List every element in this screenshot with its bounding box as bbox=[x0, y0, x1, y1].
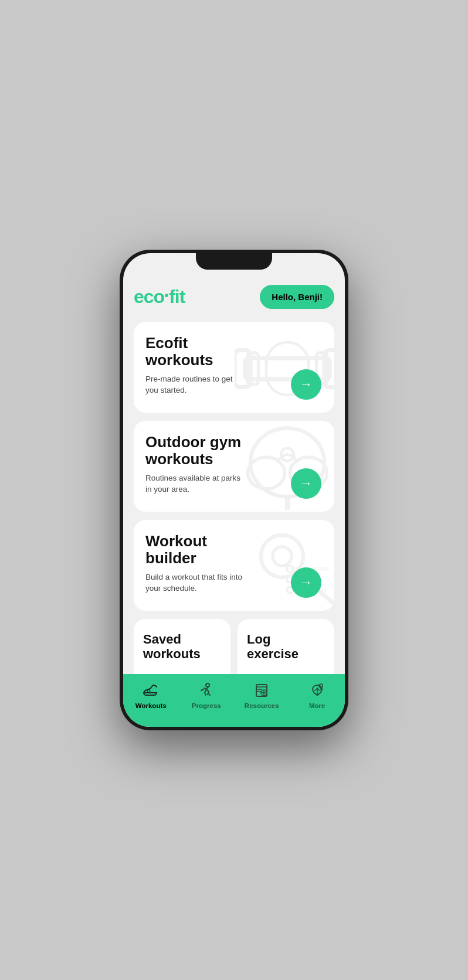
card-3-title: Workout builder bbox=[145, 533, 243, 566]
ecofit-workouts-card[interactable]: Ecofit workouts Pre-made routines to get… bbox=[134, 322, 334, 413]
card-3-desc: Build a workout that fits into your sche… bbox=[145, 572, 243, 594]
app-logo: ecofit bbox=[134, 286, 185, 308]
saved-workouts-card[interactable]: Saved workouts → bbox=[134, 619, 230, 674]
saved-workouts-title: Saved workouts bbox=[143, 632, 221, 662]
nav-workouts[interactable]: Workouts bbox=[123, 681, 179, 709]
log-exercise-card[interactable]: Log exercise → bbox=[238, 619, 334, 674]
book-icon bbox=[252, 681, 271, 700]
nav-more[interactable]: More bbox=[290, 681, 345, 709]
nav-progress-label: Progress bbox=[192, 702, 221, 709]
notch bbox=[196, 250, 272, 270]
screen: ecofit Hello, Benji! Ecofit workout bbox=[123, 253, 345, 727]
scroll-area[interactable]: ecofit Hello, Benji! Ecofit workout bbox=[123, 253, 345, 674]
greeting-button[interactable]: Hello, Benji! bbox=[260, 285, 334, 309]
card-2-desc: Routines available at parks in your area… bbox=[145, 473, 243, 495]
nav-progress[interactable]: Progress bbox=[179, 681, 235, 709]
log-exercise-title: Log exercise bbox=[247, 632, 325, 662]
svg-point-12 bbox=[273, 546, 291, 565]
card-3-arrow-button[interactable]: → bbox=[291, 567, 321, 598]
card-1-desc: Pre-made routines to get you started. bbox=[145, 374, 243, 396]
outdoor-gym-card[interactable]: Outdoor gym workouts Routines available … bbox=[134, 421, 334, 512]
bottom-nav: Workouts Progress bbox=[123, 674, 345, 727]
logo-dot bbox=[165, 294, 168, 297]
nav-workouts-label: Workouts bbox=[135, 702, 167, 709]
header: ecofit Hello, Benji! bbox=[134, 283, 334, 309]
workout-builder-card[interactable]: Workout builder Build a workout that fit… bbox=[134, 520, 334, 611]
card-1-title: Ecofit workouts bbox=[145, 335, 243, 368]
svg-point-17 bbox=[287, 566, 293, 572]
card-2-title: Outdoor gym workouts bbox=[145, 434, 243, 467]
card-2-arrow-button[interactable]: → bbox=[291, 468, 321, 499]
phone-frame: ecofit Hello, Benji! Ecofit workout bbox=[120, 250, 348, 730]
small-cards-row: Saved workouts → Log exercise → bbox=[134, 619, 334, 674]
card-1-arrow-button[interactable]: → bbox=[291, 369, 321, 400]
leaf-hand-icon bbox=[308, 681, 327, 700]
tree-bg-icon bbox=[235, 426, 334, 508]
dumbbell-bg-icon bbox=[235, 326, 334, 409]
nav-resources-label: Resources bbox=[245, 702, 279, 709]
gear-bg-icon bbox=[235, 525, 334, 607]
shoe-icon bbox=[141, 681, 160, 700]
nav-resources[interactable]: Resources bbox=[234, 681, 290, 709]
person-run-icon bbox=[197, 681, 216, 700]
svg-point-20 bbox=[206, 683, 209, 687]
nav-more-label: More bbox=[309, 702, 325, 709]
